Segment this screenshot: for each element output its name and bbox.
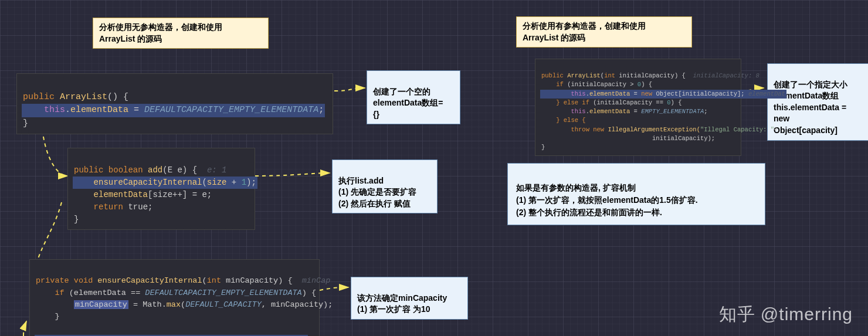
- text: 如果是有参数的构造器, 扩容机制(1) 第一次扩容，就按照elementData…: [516, 183, 698, 217]
- code-ctor-noarg: public ArrayList() { this.elementData = …: [16, 73, 333, 134]
- note-big-right: 如果是有参数的构造器, 扩容机制(1) 第一次扩容，就按照elementData…: [507, 163, 765, 225]
- note-blue-add: 执行list.add(1) 先确定是否要扩容(2) 然后在执行 赋值: [332, 159, 438, 213]
- text: 分析使用有参构造器，创建和使用ArrayList 的源码: [523, 21, 646, 42]
- text: 分析使用无参构造器，创建和使用ArrayList 的源码: [99, 22, 222, 43]
- note-yellow-right: 分析使用有参构造器，创建和使用ArrayList 的源码: [516, 16, 692, 47]
- note-yellow-left: 分析使用无参构造器，创建和使用ArrayList 的源码: [93, 18, 269, 49]
- text: 创建了一个空的elementData数组={}: [373, 87, 443, 119]
- note-blue-ensure: 该方法确定minCapacity(1) 第一次扩容 为10: [351, 277, 468, 320]
- watermark: 知乎 @timerring: [719, 303, 853, 327]
- text: 创建了一个指定大小elementData数组this.elementData =…: [774, 80, 847, 135]
- text: 该方法确定minCapacity(1) 第一次扩容 为10: [357, 293, 447, 314]
- watermark-text: 知乎 @timerring: [719, 304, 853, 324]
- note-blue-ctor: 创建了一个空的elementData数组={}: [367, 70, 460, 124]
- text: 执行list.add(1) 先确定是否要扩容(2) 然后在执行 赋值: [338, 176, 416, 208]
- code-add: public boolean add(E e) { e: 1 ensureCap…: [67, 148, 255, 230]
- code-ctor-arg: public ArrayList(int initialCapacity) { …: [535, 59, 741, 156]
- code-ensure: private void ensureCapacityInternal(int …: [29, 259, 320, 336]
- note-blue-right-ctor: 创建了一个指定大小elementData数组this.elementData =…: [767, 63, 868, 141]
